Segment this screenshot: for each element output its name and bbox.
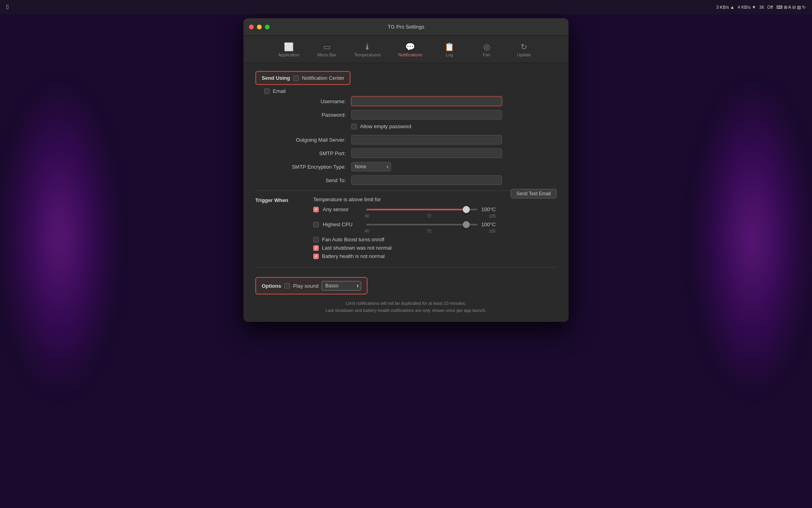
highest-cpu-row: Highest CPU 100°C: [313, 221, 511, 227]
tab-temperatures[interactable]: 🌡 Temperatures: [350, 40, 385, 60]
send-using-box: Send Using Notification Center: [255, 71, 350, 85]
bg-decoration-right: [693, 79, 812, 397]
traffic-lights: [249, 25, 270, 29]
options-section: Options Play sound Basso ⬍: [255, 273, 557, 294]
battery-percent: 36: [759, 5, 764, 10]
send-to-label: Send To:: [272, 177, 351, 183]
notification-center-checkbox[interactable]: [293, 75, 299, 81]
bg-decoration-left: [0, 79, 119, 397]
username-input[interactable]: [351, 96, 502, 106]
network-up: 3 KB/s ▲: [716, 5, 734, 10]
tabbar: ⬜ Application ▭ Menu Bar 🌡 Temperatures …: [243, 36, 569, 63]
maximize-button[interactable]: [265, 25, 270, 29]
tab-log-label: Log: [446, 52, 453, 57]
menubar-icons: ⌨ ⊞ A ⊟ ▨ ↻: [776, 5, 806, 10]
fan-auto-boost-checkbox[interactable]: [313, 237, 319, 242]
tab-notifications[interactable]: 💬 Notifications: [395, 40, 426, 60]
menubar:  3 KB/s ▲ 4 KB/s ▼ 36 Off ⌨ ⊞ A ⊟ ▨ ↻: [0, 0, 812, 14]
smtp-encryption-dropdown[interactable]: None ⬍: [351, 162, 391, 171]
tab-fan[interactable]: ◎ Fan: [473, 40, 501, 60]
trigger-content: Temperature is above limit for Any senso…: [313, 196, 511, 262]
footer-line2: Last shutdown and battery health notific…: [255, 307, 557, 314]
send-to-input[interactable]: [351, 175, 502, 185]
smtp-encryption-row: SMTP Encryption Type: None ⬍: [264, 162, 557, 171]
options-box: Options Play sound Basso ⬍: [255, 277, 368, 294]
log-icon: 📋: [444, 43, 454, 51]
any-sensor-value: 100°C: [481, 206, 505, 212]
allow-empty-password-checkbox[interactable]: [351, 124, 357, 129]
outgoing-mail-server-label: Outgoing Mail Server:: [272, 137, 351, 143]
tab-fan-label: Fan: [483, 52, 490, 57]
titlebar: TG Pro Settings: [243, 18, 569, 36]
close-button[interactable]: [249, 25, 254, 29]
trigger-when-label: Trigger When: [255, 196, 307, 203]
menubar-left: : [6, 4, 9, 11]
options-label: Options: [262, 283, 281, 289]
tab-menu-bar[interactable]: ▭ Menu Bar: [313, 40, 341, 60]
tab-update-label: Update: [517, 52, 531, 57]
allow-empty-password-label: Allow empty password: [360, 123, 411, 129]
footer-line1: Limit notifications will not be duplicat…: [255, 300, 557, 307]
highest-cpu-ticks: 40 72 105: [313, 229, 496, 233]
battery-status: Off: [767, 5, 773, 10]
tab-notifications-label: Notifications: [398, 52, 422, 57]
footer-text: Limit notifications will not be duplicat…: [255, 300, 557, 314]
notifications-icon: 💬: [405, 43, 415, 51]
any-sensor-checkbox[interactable]: [313, 207, 319, 212]
any-sensor-row: Any sensor 100°C: [313, 206, 511, 212]
update-icon: ↻: [521, 43, 527, 51]
send-to-row: Send To:: [264, 175, 557, 185]
fan-icon: ◎: [483, 43, 490, 51]
trigger-when-section: Trigger When Temperature is above limit …: [255, 196, 511, 262]
smtp-encryption-label: SMTP Encryption Type:: [272, 164, 351, 170]
last-shutdown-row: Last shutdown was not normal: [313, 245, 511, 251]
send-test-email-button[interactable]: Send Test Email: [511, 189, 557, 198]
highest-cpu-checkbox[interactable]: [313, 222, 319, 227]
menu-bar-icon: ▭: [323, 43, 331, 51]
fan-auto-boost-label: Fan Auto Boost turns on/off: [322, 237, 384, 242]
send-using-label: Send Using: [262, 75, 290, 81]
trigger-checkboxes: Fan Auto Boost turns on/off Last shutdow…: [313, 237, 511, 259]
email-checkbox[interactable]: [264, 89, 270, 94]
apple-logo-icon[interactable]: : [6, 4, 9, 11]
smtp-port-input[interactable]: [351, 148, 502, 158]
password-row: Password:: [264, 110, 557, 119]
allow-empty-row: Allow empty password: [264, 123, 557, 129]
main-window: TG Pro Settings ⬜ Application ▭ Menu Bar…: [243, 18, 569, 322]
menubar-right: 3 KB/s ▲ 4 KB/s ▼ 36 Off ⌨ ⊞ A ⊟ ▨ ↻: [716, 5, 806, 10]
tab-application-label: Application: [278, 52, 299, 57]
smtp-port-row: SMTP Port:: [264, 148, 557, 158]
play-sound-checkbox[interactable]: [284, 283, 290, 289]
minimize-button[interactable]: [257, 25, 262, 29]
password-input[interactable]: [351, 110, 502, 119]
tab-update[interactable]: ↻ Update: [510, 40, 538, 60]
battery-health-checkbox[interactable]: [313, 254, 319, 259]
application-icon: ⬜: [284, 43, 294, 51]
username-row: Username:: [264, 96, 557, 106]
sound-dropdown[interactable]: Basso ⬍: [322, 281, 361, 291]
network-stats: 3 KB/s ▲: [716, 5, 734, 10]
last-shutdown-label: Last shutdown was not normal: [322, 245, 392, 251]
network-down-stat: 4 KB/s ▼: [738, 5, 756, 10]
tab-application[interactable]: ⬜ Application: [274, 40, 303, 60]
highest-cpu-label: Highest CPU: [323, 221, 362, 227]
any-sensor-slider[interactable]: [366, 209, 477, 210]
content-area: Send Using Notification Center Email Use…: [243, 63, 569, 322]
username-label: Username:: [272, 98, 351, 104]
any-sensor-label: Any sensor: [323, 206, 362, 212]
sound-value: Basso: [325, 283, 338, 289]
highest-cpu-value: 100°C: [481, 221, 505, 227]
notification-center-label: Notification Center: [302, 75, 345, 81]
highest-cpu-slider[interactable]: [366, 224, 477, 225]
email-checkbox-row: Email: [264, 88, 557, 94]
outgoing-mail-server-row: Outgoing Mail Server:: [264, 135, 557, 144]
tab-log[interactable]: 📋 Log: [436, 40, 463, 60]
tab-temperatures-label: Temperatures: [354, 52, 381, 57]
email-label: Email: [273, 88, 286, 94]
outgoing-mail-server-input[interactable]: [351, 135, 502, 144]
temperatures-icon: 🌡: [364, 43, 372, 51]
password-label: Password:: [272, 112, 351, 118]
last-shutdown-checkbox[interactable]: [313, 245, 319, 251]
divider-2: [255, 267, 557, 267]
battery-health-label: Battery health is not normal: [322, 253, 385, 259]
